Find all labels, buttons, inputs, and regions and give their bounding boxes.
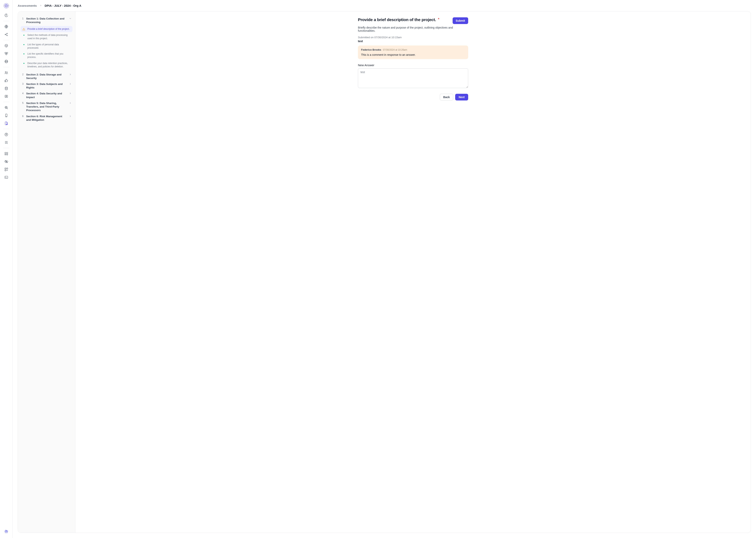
svg-rect-26 (5, 170, 6, 171)
section-1-questions: Provide a brief description of the proje… (21, 25, 72, 72)
svg-point-8 (5, 72, 6, 73)
previous-answer-text: test (358, 40, 468, 43)
chevron-right-icon (69, 92, 72, 95)
nav-tune-icon[interactable] (3, 150, 10, 157)
nav-apps-icon[interactable] (3, 166, 10, 173)
svg-point-5 (7, 33, 8, 34)
svg-point-2 (6, 5, 7, 6)
question-nav-label: List the specific identifiers that you p… (27, 52, 71, 59)
section-number: 4 (22, 92, 24, 95)
svg-point-22 (7, 154, 8, 155)
comment-body: This is a comment in response to an answ… (361, 53, 465, 56)
chevron-right-icon (69, 115, 72, 118)
svg-point-13 (5, 106, 7, 109)
section-title: Section 4: Data Security and Impact (26, 92, 67, 99)
nav-search-doc-icon[interactable] (3, 104, 10, 111)
question-nav-item[interactable]: List the types of personal data processe… (21, 41, 72, 51)
chevron-right-icon (40, 4, 42, 7)
chevron-right-icon (69, 102, 72, 105)
question-nav-item[interactable]: Describe your data retention practices, … (21, 60, 72, 70)
question-nav-item[interactable]: List the specific identifiers that you p… (21, 51, 72, 60)
section-header-4[interactable]: 4 Section 4: Data Security and Impact (21, 91, 72, 100)
svg-point-12 (6, 96, 7, 96)
rail-divider (3, 102, 10, 102)
submitted-timestamp: Submitted on 07/30/2024 at 10:15am (358, 36, 468, 39)
question-nav-item[interactable]: Select the methods of data processing us… (21, 32, 72, 41)
section-title: Section 3: Data Subjects and Rights (26, 82, 67, 89)
question-nav-item[interactable]: Provide a brief description of the proje… (21, 26, 72, 32)
section-title: Section 5: Data Sharing, Transfers, and … (26, 101, 67, 112)
section-number: 6 (22, 115, 24, 118)
section-title: Section 1: Data Collection and Processin… (26, 17, 67, 24)
assessment-panel: 1 Section 1: Data Collection and Process… (18, 11, 751, 533)
section-header-1[interactable]: 1 Section 1: Data Collection and Process… (21, 16, 72, 25)
nav-terminal-icon[interactable] (3, 174, 10, 181)
breadcrumb-current: DPIA - JULY - 2024 - Org A (45, 4, 81, 7)
nav-database-icon[interactable] (3, 85, 10, 92)
question-nav-label: Select the methods of data processing us… (27, 33, 71, 40)
rail-divider (3, 21, 10, 21)
svg-rect-27 (5, 176, 8, 179)
submit-button[interactable]: Submit (452, 17, 468, 24)
question-form: Provide a brief description of the proje… (75, 11, 751, 533)
status-dot-icon (22, 34, 25, 36)
reviewer-comment: Federico Brooks 07/30/2024 at 10:26am Th… (358, 45, 468, 59)
section-header-3[interactable]: 3 Section 3: Data Subjects and Rights (21, 81, 72, 91)
nav-thumbs-icon[interactable] (3, 77, 10, 84)
svg-rect-21 (5, 154, 6, 155)
nav-assessments-icon[interactable] (3, 120, 10, 127)
question-description: Briefly describe the nature and purpose … (358, 26, 468, 32)
svg-point-9 (7, 72, 8, 73)
section-title: Section 2: Data Storage and Security (26, 73, 67, 80)
svg-rect-24 (5, 168, 6, 169)
comment-date: 07/30/2024 at 10:26am (383, 48, 407, 51)
question-title: Provide a brief description of the proje… (358, 17, 436, 22)
nav-globe-icon[interactable] (3, 23, 10, 30)
content-wrap: 1 Section 1: Data Collection and Process… (13, 11, 756, 538)
next-button[interactable]: Next (455, 94, 468, 100)
nav-power-icon[interactable] (3, 12, 10, 19)
section-number: 3 (22, 82, 24, 85)
breadcrumb: Assessments DPIA - JULY - 2024 - Org A (13, 0, 756, 11)
nav-eye-off-icon[interactable] (3, 158, 10, 165)
nav-gift-icon[interactable] (3, 528, 10, 535)
answer-textarea[interactable] (358, 68, 468, 88)
required-indicator: * (438, 17, 440, 21)
nav-phone-icon[interactable] (3, 112, 10, 119)
chevron-right-icon (69, 73, 72, 77)
status-dot-icon (22, 53, 25, 54)
section-number: 2 (22, 73, 24, 76)
svg-point-4 (5, 34, 6, 35)
svg-point-16 (6, 116, 7, 117)
section-header-6[interactable]: 6 Section 6: Risk Management and Mitigat… (21, 114, 72, 123)
section-number: 1 (22, 17, 24, 20)
nav-list-icon[interactable] (3, 139, 10, 146)
nav-share-icon[interactable] (3, 31, 10, 38)
svg-point-10 (5, 87, 8, 88)
status-dot-icon (22, 62, 25, 64)
nav-rail (0, 0, 13, 538)
question-nav-label: Describe your data retention practices, … (27, 62, 71, 68)
nav-world-icon[interactable] (3, 58, 10, 65)
nav-cube-icon[interactable] (3, 42, 10, 49)
chevron-right-icon (69, 82, 72, 86)
section-number: 5 (22, 102, 24, 104)
svg-point-14 (6, 107, 7, 108)
back-button[interactable]: Back (440, 94, 453, 100)
section-header-2[interactable]: 2 Section 2: Data Storage and Security (21, 72, 72, 81)
nav-id-icon[interactable] (3, 93, 10, 100)
question-nav-label: List the types of personal data processe… (27, 43, 71, 50)
section-header-5[interactable]: 5 Section 5: Data Sharing, Transfers, an… (21, 100, 72, 114)
new-answer-label: New Answer (358, 63, 468, 67)
question-header: Provide a brief description of the proje… (358, 17, 468, 24)
svg-point-18 (5, 133, 8, 136)
app-logo (3, 3, 9, 9)
nav-compass-icon[interactable] (3, 131, 10, 138)
question-nav-label: Provide a brief description of the proje… (27, 27, 70, 31)
form-nav-buttons: Back Next (358, 94, 468, 100)
svg-rect-25 (7, 168, 8, 169)
breadcrumb-root[interactable]: Assessments (18, 4, 37, 7)
nav-cubes-icon[interactable] (3, 50, 10, 57)
nav-people-icon[interactable] (3, 69, 10, 76)
warning-icon (22, 28, 25, 30)
